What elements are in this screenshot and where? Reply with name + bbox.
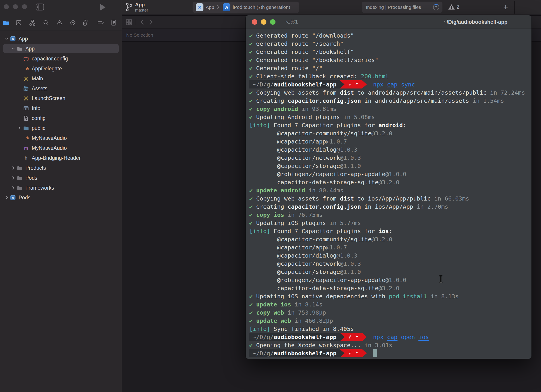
sidebar-item-label: MyNativeAudio (32, 143, 67, 153)
sidebar-item-app[interactable]: AApp (0, 34, 122, 43)
report-navigator-tab[interactable] (110, 19, 117, 26)
run-button[interactable] (100, 4, 106, 11)
folder-dim-icon (17, 185, 23, 191)
xcode-target-icon: ✕ (196, 3, 203, 11)
project-navigator-tab[interactable] (3, 19, 10, 26)
terminal-titlebar[interactable]: ⌥⌘1 ~/D/g/audiobookshelf-app (246, 15, 531, 29)
sidebar-item-frameworks[interactable]: Frameworks (0, 183, 122, 193)
terminal-zoom-button[interactable] (270, 19, 276, 25)
sidebar-item-appdelegate[interactable]: AppDelegate (0, 64, 122, 73)
editorbar-divider (136, 19, 136, 25)
sidebar-item-app-bridging-header[interactable]: hApp-Bridging-Header (0, 153, 122, 163)
xcode-toolbar: App master ✕ App A iPod touch (7th gener… (0, 0, 541, 15)
scheme-selector[interactable]: ✕ App A iPod touch (7th generation) (192, 2, 299, 13)
disclosure-right-icon[interactable] (11, 166, 16, 170)
run-destination-icon: A (223, 3, 230, 11)
source-control-navigator-tab[interactable] (15, 19, 22, 26)
text-cursor-pointer (439, 275, 443, 283)
terminal-line: ✔ Generated route "/bookshelf/series" (249, 56, 531, 64)
sidebar-item-products[interactable]: Products (0, 163, 122, 173)
terminal-line: @capacitor/network@1.0.3 (249, 260, 531, 268)
git-branch-icon (348, 350, 352, 356)
toggle-sidebar-button[interactable] (35, 3, 44, 11)
disclosure-right-icon[interactable] (5, 195, 9, 200)
disclosure-down-icon[interactable] (11, 46, 16, 51)
sidebar-item-launchscreen[interactable]: LaunchScreen (0, 93, 122, 103)
terminal-line: capacitor-data-storage-sqlite@3.2.0 (249, 284, 531, 292)
test-navigator-tab[interactable] (69, 19, 76, 26)
terminal-line: ✔ update android in 80.44ms (249, 186, 531, 194)
terminal-title: ~/D/g/audiobookshelf-app (444, 15, 507, 29)
run-destination-label[interactable]: iPod touch (7th generation) (233, 5, 290, 10)
terminal-line: [info] Sync finished in 8.405s (249, 325, 531, 333)
terminal-prompt-line: ~/D/g/audiobookshelf-app *npx cap sync (249, 80, 531, 88)
back-button[interactable] (139, 19, 145, 25)
terminal-minimize-button[interactable] (261, 19, 266, 25)
terminal-line: ✔ copy ios in 76.75ms (249, 211, 531, 219)
tabbar-divider (514, 1, 515, 14)
terminal-line: ✔ Creating capacitor.config.json in ios/… (249, 203, 531, 211)
sidebar-item-mynativeaudio[interactable]: mMyNativeAudio (0, 143, 122, 153)
zoom-window-button[interactable] (22, 4, 27, 9)
sidebar-item-label: App (25, 44, 35, 53)
sidebar-item-app[interactable]: App (0, 44, 122, 53)
issues-badge[interactable]: 2 (448, 3, 459, 11)
terminal-line: @capacitor/dialog@1.0.3 (249, 146, 531, 154)
symbol-navigator-tab[interactable] (29, 19, 36, 26)
branch-name: master (135, 8, 148, 13)
sidebar-item-label: Assets (32, 84, 47, 93)
terminal-line: ✔ update web in 460.82μp (249, 317, 531, 325)
debug-navigator-tab[interactable] (82, 19, 89, 26)
sidebar-item-config[interactable]: config (0, 113, 122, 123)
xcode-window: App master ✕ App A iPod touch (7th gener… (0, 0, 541, 392)
prompt-path: ~/D/g/audiobookshelf-app (249, 80, 345, 88)
terminal-close-button[interactable] (252, 19, 257, 25)
sidebar-item-public[interactable]: public (0, 123, 122, 133)
sidebar-item-capacitor-config[interactable]: {"}capacitor.config (0, 54, 122, 63)
folder-gray-icon (17, 46, 23, 52)
new-tab-button[interactable]: + (501, 2, 511, 12)
scheme-target-label[interactable]: App (206, 5, 214, 10)
warning-count: 2 (457, 4, 459, 10)
progress-ring-icon: 2 (432, 4, 440, 11)
disclosure-right-icon[interactable] (11, 176, 16, 180)
related-items-icon[interactable] (125, 19, 133, 26)
terminal-line: ✔ Generated route "/" (249, 64, 531, 72)
terminal-line: ✔ Copying web assets from dist to androi… (249, 88, 531, 97)
close-window-button[interactable] (4, 4, 9, 9)
svg-text:m: m (24, 145, 28, 150)
assets-icon (23, 86, 29, 92)
terminal-window[interactable]: ⌥⌘1 ~/D/g/audiobookshelf-app ✔ Generated… (246, 15, 531, 359)
disclosure-right-icon[interactable] (11, 186, 16, 190)
terminal-output[interactable]: ✔ Generated route "/downloads"✔ Generate… (246, 29, 531, 359)
terminal-command: npx cap sync (373, 81, 415, 88)
sidebar-item-mynativeaudio[interactable]: MyNativeAudio (0, 133, 122, 143)
terminal-line: @capacitor/network@1.0.3 (249, 154, 531, 162)
sidebar-item-pods[interactable]: Pods (0, 173, 122, 183)
sidebar-item-label: Frameworks (25, 183, 54, 193)
source-control-summary[interactable]: App master (125, 2, 148, 13)
header-h-icon: h (23, 155, 29, 161)
svg-text:{"}: {"} (23, 56, 29, 61)
activity-status-text: Indexing | Processing files (366, 5, 432, 10)
forward-button[interactable] (148, 19, 154, 25)
activity-status[interactable]: Indexing | Processing files 2 (362, 2, 442, 13)
sidebar-item-main[interactable]: Main (0, 74, 122, 83)
terminal-line: @capacitor/dialog@1.0.3 (249, 251, 531, 260)
git-branch-icon (348, 334, 352, 340)
issue-navigator-tab[interactable] (56, 19, 63, 26)
find-navigator-tab[interactable] (43, 19, 49, 26)
disclosure-right-icon[interactable] (17, 126, 22, 130)
minimize-window-button[interactable] (13, 4, 18, 9)
sidebar-item-info[interactable]: Info (0, 103, 122, 113)
swift-icon (23, 66, 29, 71)
prompt-path: ~/D/g/audiobookshelf-app (249, 333, 345, 341)
sidebar-item-label: Main (32, 74, 43, 83)
sidebar-item-assets[interactable]: Assets (0, 84, 122, 93)
warning-icon (448, 3, 455, 11)
terminal-line: @robingenz/capacitor-app-update@1.0.0 (249, 276, 531, 284)
sidebar-item-pods[interactable]: APods (0, 193, 122, 202)
breakpoint-navigator-tab[interactable] (97, 19, 104, 26)
git-branch-icon (125, 2, 133, 12)
disclosure-down-icon[interactable] (5, 36, 9, 41)
